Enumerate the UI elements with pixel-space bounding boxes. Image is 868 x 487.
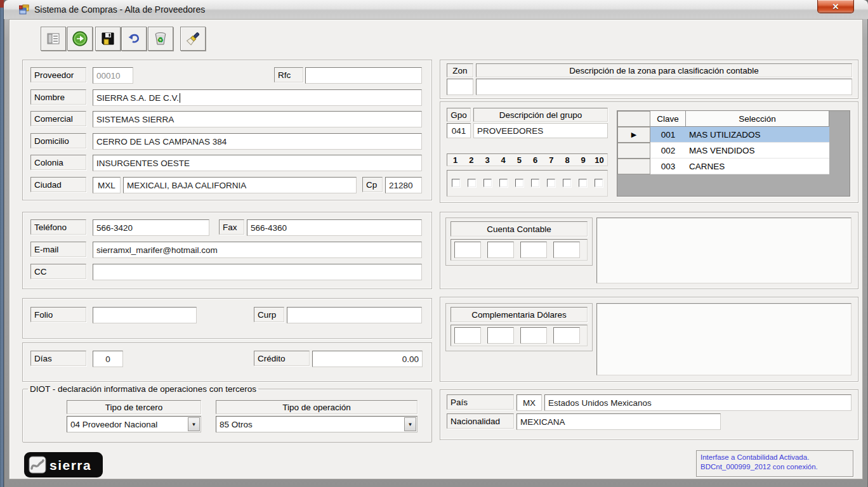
ciudad-code-input[interactable]: MXL (93, 177, 121, 193)
position-number: 5 (511, 155, 527, 165)
position-checkbox-8[interactable] (563, 179, 571, 187)
domicilio-label: Domicilio (30, 133, 86, 148)
grid-cell-clave[interactable]: 001 (650, 127, 686, 143)
folio-label: Folio (30, 307, 86, 322)
grid-cell-seleccion[interactable]: MAS VENDIDOS (686, 143, 829, 159)
folio-input[interactable] (93, 307, 197, 323)
complementaria-segment-input-4[interactable] (553, 327, 580, 344)
grid-cell-seleccion[interactable]: CARNES (686, 159, 829, 174)
grid-selector-header (617, 111, 650, 127)
tipo-operacion-select[interactable]: 85 Otros ▼ (216, 416, 418, 432)
save-button[interactable] (95, 27, 121, 51)
tipo-operacion-value: 85 Otros (220, 420, 253, 429)
telefono-input[interactable]: 566-3420 (93, 219, 209, 236)
chevron-down-icon[interactable]: ▼ (188, 417, 200, 431)
position-checkbox-5[interactable] (515, 179, 523, 187)
exit-form-icon (46, 31, 61, 46)
rfc-input[interactable] (305, 67, 422, 84)
cuenta-segment-input-1[interactable] (454, 242, 481, 258)
curp-input[interactable] (287, 307, 422, 323)
go-next-button[interactable] (67, 27, 93, 51)
grid-row-selector[interactable] (617, 159, 650, 174)
tipo-operacion-header: Tipo de operación (216, 400, 418, 414)
cuenta-segment-input-4[interactable] (553, 242, 580, 258)
colonia-label: Colonia (30, 155, 86, 170)
nacionalidad-input[interactable]: MEXICANA (516, 413, 721, 430)
tipo-tercero-select[interactable]: 04 Proveedor Nacional ▼ (67, 416, 201, 432)
chevron-down-icon[interactable]: ▼ (404, 417, 416, 431)
complementaria-segment-input-3[interactable] (520, 327, 547, 344)
zona-label: Zon (447, 63, 473, 77)
grid-cell-clave[interactable]: 003 (650, 159, 686, 174)
nombre-input[interactable]: SIERRA S.A. DE C.V. (93, 89, 422, 106)
status-line-2: BDCnt_000999_2012 con conexión. (700, 462, 849, 472)
grupo-label: Gpo (447, 108, 471, 122)
cuenta-contable-header: Cuenta Contable (450, 221, 588, 237)
position-checkbox-1[interactable] (452, 179, 460, 187)
cuenta-segment-input-2[interactable] (487, 242, 514, 258)
comercial-input[interactable]: SISTEMAS SIERRA (93, 111, 422, 127)
complementaria-header: Complementaria Dólares (450, 307, 588, 322)
credito-input[interactable]: 0.00 (312, 351, 423, 367)
grid-row-selector[interactable] (617, 143, 650, 159)
dias-input[interactable]: 0 (93, 351, 123, 367)
title-bar[interactable]: Sistema de Compras - Alta de Proveedores (4, 0, 868, 19)
sierra-logo-text: sierra (49, 458, 91, 472)
position-checkbox-2[interactable] (468, 179, 476, 187)
position-checkbox-4[interactable] (499, 179, 508, 187)
proveedor-input[interactable]: 00010 (93, 67, 133, 84)
cp-input[interactable]: 21280 (385, 177, 422, 193)
delete-button[interactable]: ♻ (148, 27, 173, 51)
go-next-icon (72, 30, 88, 47)
window-title: Sistema de Compras - Alta de Proveedores (34, 4, 205, 15)
cc-input[interactable] (93, 264, 422, 280)
zona-desc-input[interactable] (476, 79, 852, 95)
text-caret (180, 93, 180, 103)
ciudad-input[interactable]: MEXICALI, BAJA CALIFORNIA (123, 177, 357, 193)
seleccion-grid: Clave Selección ▶ 001 MAS UTILIZADOS 002… (617, 110, 850, 197)
pais-input[interactable]: Estados Unidos Mexicanos (544, 394, 852, 411)
complementaria-segment-input-2[interactable] (487, 327, 514, 344)
telefono-label: Teléfono (30, 219, 86, 235)
cuenta-contable-description-box (596, 218, 852, 283)
close-button[interactable]: ✕ (817, 0, 854, 13)
position-checkbox-9[interactable] (579, 179, 587, 187)
position-checkbox-7[interactable] (547, 179, 555, 187)
cp-label: Cp (362, 177, 383, 192)
tipo-tercero-value: 04 Proveedor Nacional (70, 420, 157, 429)
credito-label: Crédito (254, 351, 310, 366)
grupo-code-input[interactable]: 041 (447, 123, 471, 138)
grid-row-selector[interactable]: ▶ (617, 127, 650, 143)
exit-form-button[interactable] (41, 27, 66, 51)
grid-cell-seleccion[interactable]: MAS UTILIZADOS (686, 127, 829, 143)
comercial-label: Comercial (30, 111, 86, 126)
zona-code-input[interactable] (447, 79, 473, 95)
grid-column-header-clave[interactable]: Clave (650, 111, 686, 127)
tipo-tercero-header: Tipo de tercero (67, 400, 201, 414)
grid-column-header-seleccion[interactable]: Selección (686, 111, 829, 127)
position-number: 6 (527, 155, 543, 165)
nacionalidad-label: Nacionalidad (447, 413, 514, 429)
domicilio-input[interactable]: CERRO DE LAS CAMPANAS 384 (93, 133, 422, 150)
cuenta-segment-input-3[interactable] (520, 242, 547, 258)
nombre-value: SIERRA S.A. DE C.V. (96, 93, 179, 103)
position-number: 9 (575, 155, 591, 165)
colonia-input[interactable]: INSURGENTES OESTE (93, 155, 422, 171)
status-box: Interfase a Contabilidad Activada. BDCnt… (696, 450, 853, 477)
zona-desc-header: Descripción de la zona para clasificació… (476, 63, 852, 77)
position-checkbox-10[interactable] (595, 179, 603, 187)
grid-cell-clave[interactable]: 002 (650, 143, 686, 159)
ciudad-label: Ciudad (30, 177, 86, 192)
close-icon: ✕ (832, 2, 839, 11)
fax-input[interactable]: 566-4360 (247, 219, 422, 236)
email-input[interactable]: sierramxl_marifer@hotmail.com (93, 242, 422, 258)
grupo-desc-input[interactable]: PROVEEDORES (473, 123, 608, 138)
clean-button[interactable] (180, 27, 206, 51)
position-checkbox-6[interactable] (531, 179, 539, 187)
position-number: 3 (479, 155, 495, 165)
undo-button[interactable] (121, 27, 147, 51)
complementaria-segment-input-1[interactable] (454, 327, 481, 344)
pais-code-input[interactable]: MX (516, 394, 542, 411)
position-checkbox-3[interactable] (483, 179, 492, 187)
rfc-label: Rfc (274, 67, 303, 82)
